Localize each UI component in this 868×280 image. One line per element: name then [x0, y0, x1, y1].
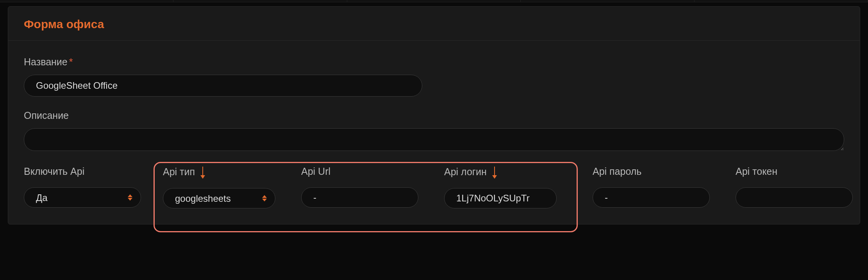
panel-body: Название* Описание Включить Api Да [8, 41, 860, 224]
api-url-label: Api Url [301, 166, 418, 177]
field-name: Название* [24, 56, 844, 97]
panel-header: Форма офиса [8, 7, 860, 41]
panel-title: Форма офиса [24, 18, 844, 31]
arrow-down-icon [200, 167, 205, 179]
description-textarea[interactable] [24, 128, 844, 151]
arrow-down-icon [492, 167, 497, 179]
name-label: Название* [24, 56, 844, 68]
api-type-select[interactable]: googlesheets [163, 188, 275, 208]
enable-api-value: Да [36, 192, 48, 203]
field-api-type: Api тип googlesheets [163, 166, 275, 208]
api-url-input[interactable] [301, 187, 418, 208]
field-api-url: Api Url [301, 166, 418, 208]
name-label-text: Название [24, 56, 68, 67]
api-type-label-text: Api тип [163, 166, 195, 178]
api-type-label: Api тип [163, 166, 275, 178]
enable-api-select[interactable]: Да [24, 187, 141, 208]
api-pass-input[interactable] [593, 187, 710, 208]
office-form-panel: Форма офиса Название* Описание Включить … [8, 6, 860, 224]
field-enable-api: Включить Api Да [24, 166, 141, 208]
top-tab-strip [0, 0, 868, 2]
enable-api-label: Включить Api [24, 166, 141, 177]
api-token-input[interactable] [736, 187, 853, 208]
api-login-label: Api логин [444, 166, 557, 178]
api-pass-label: Api пароль [593, 166, 710, 177]
field-api-pass: Api пароль [593, 166, 710, 208]
name-input[interactable] [24, 75, 422, 97]
api-token-label: Api токен [736, 166, 853, 177]
api-login-input[interactable] [444, 188, 557, 208]
api-type-value: googlesheets [175, 193, 231, 204]
field-api-token: Api токен [736, 166, 853, 208]
description-label: Описание [24, 110, 844, 121]
required-asterisk: * [69, 56, 73, 67]
field-api-login: Api логин [444, 166, 557, 208]
api-login-label-text: Api логин [444, 166, 487, 178]
api-fields-row: Включить Api Да Api тип [24, 166, 844, 208]
field-description: Описание [24, 110, 844, 153]
